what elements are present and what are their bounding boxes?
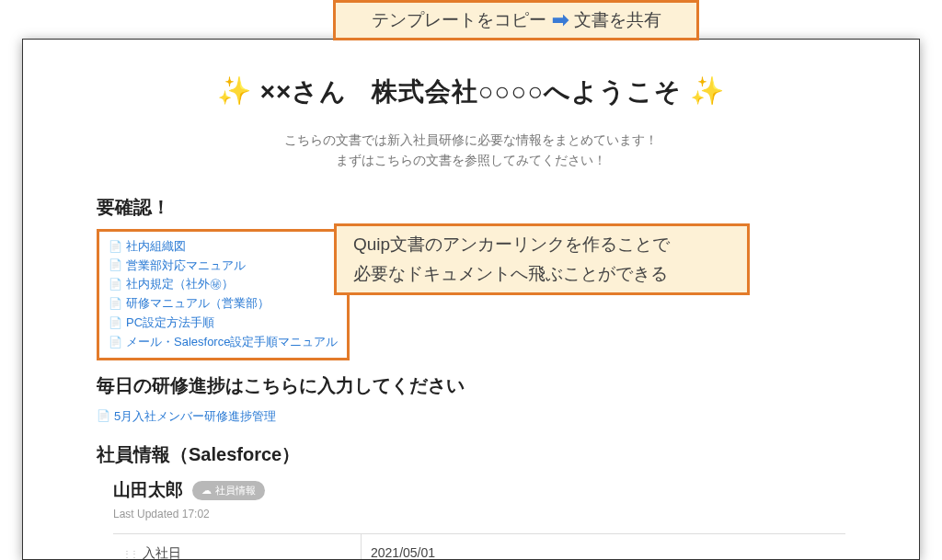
salesforce-record-block: 山田太郎 ☁ 社員情報 Last Updated 17:02 ⋮⋮ 入社日 20…: [97, 478, 845, 560]
link-item[interactable]: 📄 研修マニュアル（営業部）: [109, 294, 338, 314]
link-text: 社内組織図: [126, 237, 186, 257]
link-text: 社内規定（社外㊙）: [126, 275, 234, 294]
annotation-right-line2: 必要なドキュメントへ飛ぶことができる: [353, 259, 730, 289]
heading-daily: 毎日の研修進捗はこちらに入力してください: [97, 373, 845, 398]
info-table-row: ⋮⋮ 入社日 2021/05/01: [113, 533, 845, 560]
title-prefix: ××さん: [260, 77, 348, 106]
page-title: ✨ ××さん 株式会社○○○○へようこそ ✨: [97, 74, 845, 109]
intro-text-block: こちらの文書では新入社員研修に必要な情報をまとめています！ まずはこちらの文書を…: [97, 130, 845, 171]
annotation-top-callout: テンプレートをコピー ➡ 文書を共有: [333, 0, 699, 40]
link-text: PC設定方法手順: [126, 314, 214, 333]
link-text: メール・Salesforce設定手順マニュアル: [126, 333, 338, 352]
document-icon: 📄: [109, 276, 122, 293]
document-icon: 📄: [109, 334, 122, 351]
link-item[interactable]: 📄 PC設定方法手順: [109, 314, 338, 333]
field-label: 入社日: [143, 545, 181, 560]
sparkle-icon: ✨: [690, 75, 725, 106]
document-icon: 📄: [109, 295, 122, 313]
heading-confirm: 要確認！: [97, 195, 845, 220]
confirm-links-box: 📄 社内組織図 📄 営業部対応マニュアル 📄 社内規定（社外㊙） 📄 研修マニュ…: [97, 229, 350, 360]
arrow-right-icon: ➡: [552, 10, 569, 30]
document-icon: 📄: [109, 238, 122, 256]
document-icon: 📄: [109, 314, 122, 332]
link-text: 研修マニュアル（営業部）: [126, 294, 270, 314]
title-company: 株式会社○○○○へようこそ: [372, 77, 683, 106]
last-updated-text: Last Updated 17:02: [97, 508, 845, 520]
record-type-badge[interactable]: ☁ 社員情報: [192, 481, 265, 500]
document-icon: 📄: [109, 257, 122, 274]
annotation-right-callout: Quip文書のアンカーリンクを作ることで 必要なドキュメントへ飛ぶことができる: [334, 223, 750, 295]
employee-name: 山田太郎: [113, 478, 183, 502]
table-cell-value: 2021/05/01: [362, 534, 845, 560]
heading-salesforce: 社員情報（Salesforce）: [97, 442, 845, 467]
intro-line2: まずはこちらの文書を参照してみてください！: [97, 150, 845, 170]
sparkle-icon: ✨: [217, 75, 252, 106]
link-text: 5月入社メンバー研修進捗管理: [114, 407, 276, 427]
drag-handle-icon[interactable]: ⋮⋮: [122, 549, 137, 559]
annotation-right-line1: Quip文書のアンカーリンクを作ることで: [353, 230, 730, 259]
link-item[interactable]: 📄 メール・Salesforce設定手順マニュアル: [109, 333, 338, 352]
document-page: ✨ ××さん 株式会社○○○○へようこそ ✨ こちらの文書では新入社員研修に必要…: [22, 39, 920, 560]
table-cell-label: ⋮⋮ 入社日: [113, 534, 362, 560]
link-item[interactable]: 📄 社内組織図: [109, 237, 338, 257]
link-item[interactable]: 📄 営業部対応マニュアル: [109, 257, 338, 276]
document-icon: 📄: [97, 407, 110, 425]
employee-name-row: 山田太郎 ☁ 社員情報: [97, 478, 845, 502]
intro-line1: こちらの文書では新入社員研修に必要な情報をまとめています！: [97, 130, 845, 150]
annotation-top-left-text: テンプレートをコピー: [372, 8, 546, 32]
link-text: 営業部対応マニュアル: [126, 257, 246, 276]
cloud-icon: ☁: [201, 485, 212, 497]
link-item[interactable]: 📄 5月入社メンバー研修進捗管理: [97, 407, 845, 427]
badge-label: 社員情報: [215, 484, 256, 497]
annotation-top-right-text: 文書を共有: [574, 8, 661, 32]
link-item[interactable]: 📄 社内規定（社外㊙）: [109, 275, 338, 294]
page-container: テンプレートをコピー ➡ 文書を共有 ✨ ××さん 株式会社○○○○へようこそ …: [0, 0, 942, 560]
